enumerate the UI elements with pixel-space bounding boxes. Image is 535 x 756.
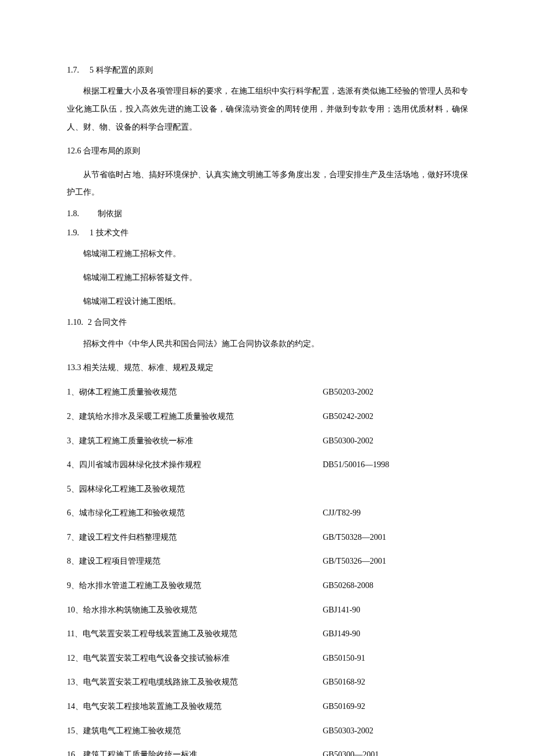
standard-name: 12、电气装置安装工程电气设备交接试验标准: [67, 648, 323, 668]
section-1-10-para: 招标文件中《中华人民共和国合同法》施工合同协议条款的约定。: [67, 335, 468, 353]
standard-name: 4、四川省城市园林绿化技术操作规程: [67, 455, 323, 475]
section-1-9-item: 锦城湖工程设计施工图纸。: [67, 293, 468, 311]
section-1-7-heading: 1.7.5 科学配置的原则: [67, 64, 468, 77]
standard-code: GB50268-2008: [323, 576, 468, 596]
standard-row: 2、建筑给水排水及采暖工程施工质量验收规范GB50242-2002: [67, 407, 468, 427]
section-12-6-heading: 12.6 合理布局的原则: [67, 142, 468, 160]
standard-code: DB51/50016—1998: [323, 455, 468, 475]
standard-code: [323, 479, 468, 499]
standard-row: 9、给水排水管道工程施工及验收规范GB50268-2008: [67, 576, 468, 596]
standard-code: GB50300-2002: [323, 431, 468, 451]
standard-row: 3、建筑工程施工质量验收统一标准GB50300-2002: [67, 431, 468, 451]
standard-row: 10、给水排水构筑物施工及验收规范GBJ141-90: [67, 600, 468, 620]
standard-name: 9、给水排水管道工程施工及验收规范: [67, 576, 323, 596]
standard-code: GB50150-91: [323, 648, 468, 668]
standard-name: 10、给水排水构筑物施工及验收规范: [67, 600, 323, 620]
section-13-3-heading: 13.3 相关法规、规范、标准、规程及规定: [67, 359, 468, 377]
standard-code: GB50168-92: [323, 672, 468, 692]
section-1-9-heading: 1.9.1 技术文件: [67, 227, 468, 239]
section-1-8-heading: 1.8.制依据: [67, 207, 468, 220]
standard-code: CJJ/T82-99: [323, 503, 468, 523]
heading-number: 1.8.: [67, 207, 79, 220]
section-1-9-item: 锦城湖工程施工招标答疑文件。: [67, 269, 468, 287]
standard-row: 5、园林绿化工程施工及验收规范: [67, 479, 468, 499]
standard-row: 14、电气安装工程接地装置施工及验收规范GB50169-92: [67, 697, 468, 716]
standard-row: 6、城市绿化工程施工和验收规范CJJ/T82-99: [67, 503, 468, 523]
standard-name: 13、电气装置安装工程电缆线路旅工及验收规范: [67, 672, 323, 692]
standard-code: GB50169-92: [323, 697, 468, 716]
standard-code: GBJ141-90: [323, 600, 468, 620]
standard-row: 8、建设工程项目管理规范GB/T50326—2001: [67, 551, 468, 571]
heading-title: 2 合同文件: [88, 318, 127, 327]
standard-name: 7、建设工程文件归档整理规范: [67, 528, 323, 547]
standard-row: 4、四川省城市园林绿化技术操作规程DB51/50016—1998: [67, 455, 468, 475]
heading-number: 1.7.: [67, 64, 79, 77]
standard-row: 1、砌体工程施工质量验收规范GB50203-2002: [67, 382, 468, 402]
standard-row: 11、电气装置安装工程母线装置施工及验收规范GBJ149-90: [67, 624, 468, 644]
section-1-9-item: 锦城湖工程施工招标文件。: [67, 245, 468, 263]
standard-code: GB50242-2002: [323, 407, 468, 427]
section-1-10-heading: 1.10.2 合同文件: [67, 316, 468, 329]
standard-name: 14、电气安装工程接地装置施工及验收规范: [67, 697, 323, 716]
standard-row: 16、建筑工程施工质量险收统一标准GB50300—2001: [67, 745, 468, 756]
standard-name: 16、建筑工程施工质量险收统一标准: [67, 745, 323, 756]
standard-code: GBJ149-90: [323, 624, 468, 644]
section-12-6-para: 从节省临时占地、搞好环境保护、认真实施文明施工等多角度出发，合理安排生产及生活场…: [67, 166, 468, 202]
standard-code: GB/T50328—2001: [323, 528, 468, 547]
standard-code: GB50303-2002: [323, 721, 468, 741]
heading-title: 1 技术文件: [90, 228, 129, 237]
heading-number: 1.9.: [67, 227, 79, 239]
heading-title: 5 科学配置的原则: [90, 66, 153, 74]
standard-name: 5、园林绿化工程施工及验收规范: [67, 479, 323, 499]
heading-title: 制依据: [98, 209, 122, 218]
standard-row: 13、电气装置安装工程电缆线路旅工及验收规范GB50168-92: [67, 672, 468, 692]
standard-name: 15、建筑电气工程施工验收规范: [67, 721, 323, 741]
standard-name: 2、建筑给水排水及采暖工程施工质量验收规范: [67, 407, 323, 427]
standard-row: 15、建筑电气工程施工验收规范GB50303-2002: [67, 721, 468, 741]
standard-code: GB/T50326—2001: [323, 551, 468, 571]
standard-row: 7、建设工程文件归档整理规范GB/T50328—2001: [67, 528, 468, 547]
standard-code: GB50300—2001: [323, 745, 468, 756]
standard-name: 11、电气装置安装工程母线装置施工及验收规范: [67, 624, 323, 644]
section-1-7-para: 根据工程量大小及各项管理目标的要求，在施工组织中实行科学配置，选派有类似施工经验…: [67, 83, 468, 136]
standard-name: 3、建筑工程施工质量验收统一标准: [67, 431, 323, 451]
standard-name: 8、建设工程项目管理规范: [67, 551, 323, 571]
standard-row: 12、电气装置安装工程电气设备交接试验标准GB50150-91: [67, 648, 468, 668]
standard-name: 1、砌体工程施工质量验收规范: [67, 382, 323, 402]
standard-name: 6、城市绿化工程施工和验收规范: [67, 503, 323, 523]
heading-number: 1.10.: [67, 316, 83, 329]
standard-code: GB50203-2002: [323, 382, 468, 402]
